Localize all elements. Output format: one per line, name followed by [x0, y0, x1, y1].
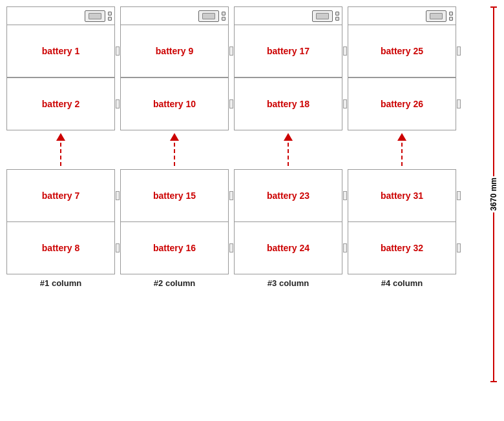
right-connector	[229, 99, 233, 108]
battery-unit: battery 31battery 32	[348, 169, 456, 275]
battery-cell-label: battery 9	[156, 46, 193, 56]
connector-peg	[222, 12, 226, 15]
connector-peg	[222, 17, 226, 21]
connector-peg	[449, 17, 453, 21]
connector-peg	[449, 12, 453, 15]
battery-unit: battery 7battery 8	[6, 169, 115, 275]
battery-cell-label: battery 23	[267, 190, 310, 201]
right-connector	[116, 191, 120, 200]
right-connector	[116, 99, 120, 108]
arrow-head-icon	[397, 133, 406, 141]
connector-display-inner	[89, 13, 101, 19]
battery-cell-label: battery 17	[267, 46, 310, 56]
connector-bar	[235, 7, 342, 25]
dash	[288, 143, 289, 147]
battery-cell-label: battery 15	[153, 190, 196, 201]
battery-cell-bottom: battery 2	[7, 78, 114, 130]
bracket-bottom-tick	[490, 381, 497, 382]
battery-unit: battery 25battery 26	[348, 6, 456, 130]
dash	[60, 162, 61, 166]
battery-cell-bottom: battery 8	[7, 222, 114, 274]
battery-cell-bottom: battery 26	[348, 78, 456, 130]
battery-cell-label: battery 1	[42, 46, 79, 56]
battery-cell-label: battery 7	[42, 190, 79, 201]
label-section: #1 column#2 column#3 column#4 column	[6, 278, 498, 288]
arrow-head-icon	[56, 133, 65, 141]
battery-cell-label: battery 24	[267, 243, 310, 253]
arrow-column	[234, 133, 342, 166]
battery-cell-bottom: battery 10	[121, 78, 228, 130]
dash	[60, 143, 61, 147]
dash	[60, 156, 61, 159]
dimension-label: 3670 mm	[489, 176, 498, 212]
dash	[401, 162, 403, 166]
right-connector	[229, 191, 233, 200]
connector-display	[198, 10, 219, 22]
battery-cell-bottom: battery 24	[235, 222, 342, 274]
battery-cell-top: battery 15	[121, 170, 228, 221]
battery-cell-top: battery 7	[7, 170, 114, 221]
battery-cell-label: battery 8	[42, 243, 79, 253]
connector-pegs	[108, 12, 112, 21]
dashed-line	[60, 143, 61, 166]
connector-bar	[121, 7, 228, 25]
connector-display-inner	[430, 13, 443, 19]
dashed-line	[174, 143, 175, 166]
bracket-bottom-line	[493, 212, 494, 381]
dimension-bracket: 3670 mm	[487, 6, 500, 382]
top-section: battery 1battery 2battery 9battery 10bat…	[6, 6, 498, 130]
dashed-line	[401, 143, 403, 166]
main-container: battery 1battery 2battery 9battery 10bat…	[0, 0, 504, 421]
connector-display-inner	[202, 13, 215, 19]
right-connector	[343, 191, 347, 200]
column-label-4: #4 column	[348, 278, 456, 288]
bracket-top-line	[493, 8, 494, 176]
right-connector	[116, 243, 120, 252]
connector-display	[426, 10, 446, 22]
dash	[401, 156, 403, 159]
arrow-column	[348, 133, 456, 166]
right-connector	[457, 243, 461, 252]
battery-unit: battery 9battery 10	[120, 6, 229, 130]
arrow-section	[6, 130, 498, 169]
bottom-section: battery 7battery 8battery 15battery 16ba…	[6, 169, 498, 275]
connector-pegs	[222, 12, 226, 21]
arrow-column	[6, 133, 115, 166]
battery-cell-label: battery 31	[381, 190, 423, 201]
connector-peg	[335, 17, 339, 21]
connector-display	[85, 10, 105, 22]
battery-cell-label: battery 16	[153, 243, 196, 253]
connector-peg	[108, 12, 112, 15]
dash	[288, 162, 289, 166]
dash	[174, 143, 175, 147]
right-connector	[116, 46, 120, 56]
battery-cell-top: battery 25	[348, 25, 456, 77]
dashed-arrow-up	[284, 133, 293, 166]
battery-unit: battery 15battery 16	[120, 169, 229, 275]
right-connector	[343, 243, 347, 252]
dash	[174, 156, 175, 159]
right-connector	[229, 243, 233, 252]
connector-bar	[7, 7, 114, 25]
dashed-arrow-up	[56, 133, 65, 166]
battery-unit: battery 23battery 24	[234, 169, 342, 275]
right-connector	[343, 46, 347, 56]
column-label-2: #2 column	[120, 278, 229, 288]
battery-cell-top: battery 1	[7, 25, 114, 77]
battery-cell-label: battery 32	[381, 243, 423, 253]
dash	[288, 156, 289, 159]
battery-cell-label: battery 25	[381, 46, 423, 56]
column-label-3: #3 column	[234, 278, 342, 288]
battery-cell-label: battery 2	[42, 99, 79, 109]
connector-peg	[335, 12, 339, 15]
battery-cell-top: battery 17	[235, 25, 342, 77]
dashed-line	[288, 143, 289, 166]
arrow-head-icon	[284, 133, 293, 141]
battery-cell-top: battery 9	[121, 25, 228, 77]
battery-cell-label: battery 26	[381, 99, 423, 109]
arrow-head-icon	[170, 133, 179, 141]
battery-cell-label: battery 18	[267, 99, 310, 109]
dash	[401, 149, 403, 153]
dash	[288, 149, 289, 153]
right-connector	[343, 99, 347, 108]
